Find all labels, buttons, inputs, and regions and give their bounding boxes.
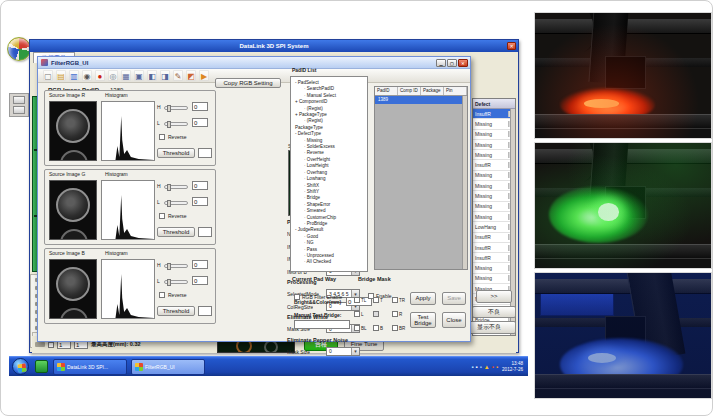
bridge-mask-checkbox[interactable] xyxy=(392,325,398,331)
bridge-mask-cell-T[interactable]: T xyxy=(373,297,383,303)
table-row[interactable]: Missing xyxy=(473,130,515,140)
table-row[interactable]: Missing xyxy=(473,140,515,150)
param-dropdown[interactable]: 0▾ xyxy=(326,347,360,356)
l-value-field[interactable]: 0 xyxy=(192,197,208,206)
zoom-icon[interactable]: ◎ xyxy=(108,70,118,81)
l-slider[interactable] xyxy=(164,280,188,284)
threshold-button[interactable]: Threshold xyxy=(157,306,195,316)
table-row[interactable]: Missing xyxy=(473,263,515,273)
reverse-checkbox[interactable] xyxy=(159,292,165,298)
reverse-checkbox[interactable] xyxy=(159,134,165,140)
table-row[interactable]: Missing xyxy=(473,119,515,129)
h-slider-thumb[interactable] xyxy=(167,263,171,270)
bridge-mask-checkbox[interactable] xyxy=(354,297,360,303)
pen-icon[interactable]: ✎ xyxy=(173,70,183,81)
close-button[interactable]: Close xyxy=(442,312,466,328)
dialog-minimize-icon[interactable]: ▁ xyxy=(436,59,446,67)
table-icon[interactable]: ▣ xyxy=(134,70,144,81)
l-slider-thumb[interactable] xyxy=(167,200,171,207)
open-folder-icon[interactable]: ▤ xyxy=(56,70,66,81)
warning-icon[interactable]: ▲ xyxy=(484,363,490,371)
l-slider-thumb[interactable] xyxy=(167,279,171,286)
layout-left-icon[interactable]: ◧ xyxy=(147,70,157,81)
bridge-mask-cell-BL[interactable]: BL xyxy=(354,325,367,331)
reverse-checkbox[interactable] xyxy=(159,213,165,219)
network-status-icon[interactable]: ▪ xyxy=(471,363,473,371)
table-row[interactable]: Missing xyxy=(473,202,515,212)
threshold-button[interactable]: Threshold xyxy=(157,148,195,158)
table-row[interactable]: Missing xyxy=(473,191,515,201)
bridge-mask-checkbox[interactable] xyxy=(373,325,379,331)
bridge-mask-checkbox[interactable] xyxy=(354,325,360,331)
column-header[interactable]: Pin xyxy=(444,87,467,95)
l-slider-thumb[interactable] xyxy=(167,121,171,128)
padid-list-selected-row[interactable]: 1389 xyxy=(375,96,467,104)
camera-icon[interactable]: ◉ xyxy=(82,70,92,81)
test-bridge-button[interactable]: Test Bridge xyxy=(410,312,436,328)
chevron-down-icon[interactable]: ▾ xyxy=(351,290,359,297)
threshold-button[interactable]: Threshold xyxy=(157,227,195,237)
h-value-field[interactable]: 0 xyxy=(192,102,208,111)
layout-right-icon[interactable]: ◨ xyxy=(160,70,170,81)
taskbar-button-filterrgb[interactable]: FilterRGB_UI xyxy=(131,359,205,375)
bridge-mask-checkbox[interactable] xyxy=(373,297,379,303)
palette-icon[interactable]: ◩ xyxy=(186,70,196,81)
status-checkbox[interactable] xyxy=(48,342,54,348)
bridge-mask-cell-TL[interactable]: TL xyxy=(354,297,366,303)
chevron-down-icon[interactable]: ▾ xyxy=(351,348,359,355)
bridge-mask-checkbox[interactable] xyxy=(392,311,398,317)
padid-list-scrollbar[interactable] xyxy=(462,96,467,269)
h-slider[interactable] xyxy=(164,106,188,110)
help-icon[interactable]: ▶ xyxy=(199,70,209,81)
bridge-mask-cell-TR[interactable]: TR xyxy=(392,297,405,303)
l-value-field[interactable]: 0 xyxy=(192,276,208,285)
column-header[interactable]: PadID xyxy=(375,87,398,95)
volume-icon[interactable]: ▪ xyxy=(476,363,478,371)
new-icon[interactable]: ▢ xyxy=(43,70,53,81)
l-slider[interactable] xyxy=(164,122,188,126)
table-row[interactable]: InsuffR xyxy=(473,109,515,119)
table-row[interactable]: InsuffR xyxy=(473,253,515,263)
record-icon[interactable]: ● xyxy=(95,70,105,81)
l-value-field[interactable]: 0 xyxy=(192,118,208,127)
bridge-mask-cell-R[interactable]: R xyxy=(392,311,402,317)
table-row[interactable]: InsuffR xyxy=(473,243,515,253)
bridge-mask-cell-BR[interactable]: BR xyxy=(392,325,405,331)
ng-button[interactable]: 不良 xyxy=(472,306,516,318)
main-window-close-icon[interactable]: ✕ xyxy=(507,42,516,50)
bridge-mask-cell-B[interactable]: B xyxy=(373,325,383,331)
save-button[interactable]: Save xyxy=(442,292,466,305)
apply-button[interactable]: Apply xyxy=(410,292,436,305)
start-button[interactable] xyxy=(12,358,29,375)
table-row[interactable]: Missing xyxy=(473,212,515,222)
table-row[interactable]: InsuffR xyxy=(473,160,515,170)
table-row[interactable]: LowHang xyxy=(473,222,515,232)
threshold-value-field[interactable] xyxy=(198,227,212,237)
h-slider[interactable] xyxy=(164,264,188,268)
column-header[interactable]: Package xyxy=(421,87,444,95)
table-row[interactable]: Missing xyxy=(473,181,515,191)
quick-launch-icon[interactable] xyxy=(35,360,48,373)
table-row[interactable]: InsuffR xyxy=(473,233,515,243)
h-value-field[interactable]: 0 xyxy=(192,181,208,190)
save-icon[interactable]: ▥ xyxy=(69,70,79,81)
bridge-mask-cell-L[interactable]: L xyxy=(354,311,364,317)
antivirus-icon[interactable]: ▪ xyxy=(492,363,494,371)
h-slider-thumb[interactable] xyxy=(167,184,171,191)
h-slider[interactable] xyxy=(164,185,188,189)
dialog-titlebar[interactable]: FilterRGB_UI ▁ ▢ ✕ xyxy=(38,57,470,69)
main-window-titlebar[interactable]: DataLink 3D SPI System xyxy=(30,40,518,52)
threshold-value-field[interactable] xyxy=(198,148,212,158)
column-header[interactable]: Comp ID xyxy=(398,87,421,95)
h-slider-thumb[interactable] xyxy=(167,105,171,112)
update-icon[interactable]: ▪ xyxy=(496,363,498,371)
table-row[interactable]: Missing xyxy=(473,171,515,181)
mini-tool-button[interactable] xyxy=(13,106,25,114)
threshold-value-field[interactable] xyxy=(198,306,212,316)
padid-list-table[interactable]: PadIDComp IDPackagePin 1389 xyxy=(374,86,468,270)
taskbar-button-datalink[interactable]: DataLink 3D SPI... xyxy=(53,359,127,375)
dialog-maximize-icon[interactable]: ▢ xyxy=(447,59,457,67)
ime-icon[interactable]: ▪ xyxy=(480,363,482,371)
dialog-close-icon[interactable]: ✕ xyxy=(458,59,468,67)
more-button[interactable]: >> xyxy=(476,290,512,303)
